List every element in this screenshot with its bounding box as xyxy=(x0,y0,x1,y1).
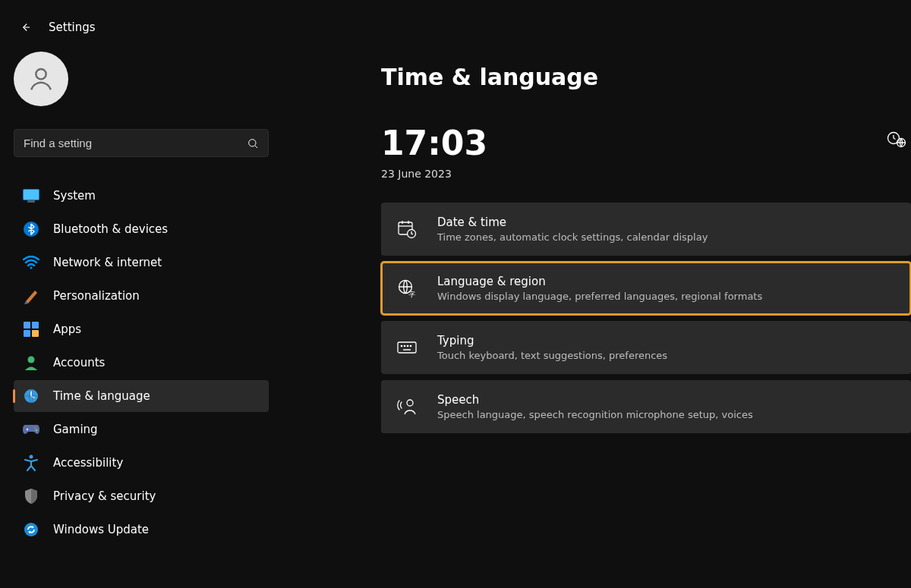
sidebar-item-system[interactable]: System xyxy=(14,180,269,212)
sidebar-item-network[interactable]: Network & internet xyxy=(14,247,269,278)
gaming-icon xyxy=(23,421,39,438)
search-box[interactable] xyxy=(14,129,269,157)
clock-row: 17:03 23 June 2023 xyxy=(381,127,911,180)
sidebar-item-time-language[interactable]: Time & language xyxy=(14,380,269,412)
clock-time: 17:03 xyxy=(381,127,487,160)
sidebar-item-apps[interactable]: Apps xyxy=(14,313,269,345)
settings-cards: Date & time Time zones, automatic clock … xyxy=(381,203,911,433)
sidebar-item-label: Bluetooth & devices xyxy=(53,222,168,236)
svg-rect-5 xyxy=(24,190,39,200)
sidebar-item-windows-update[interactable]: Windows Update xyxy=(14,514,269,546)
sidebar: System Bluetooth & devices Network & int… xyxy=(0,41,282,588)
back-arrow-icon xyxy=(18,20,32,34)
additional-clocks-button[interactable] xyxy=(887,131,906,150)
svg-text:字: 字 xyxy=(408,291,415,298)
svg-point-2 xyxy=(249,139,256,146)
main-content: Time & language 17:03 23 June 2023 xyxy=(282,41,911,588)
svg-point-32 xyxy=(407,345,408,346)
clock-globe-icon xyxy=(23,388,39,404)
card-language-region[interactable]: 字 Language & region Windows display lang… xyxy=(381,262,911,315)
page-title: Time & language xyxy=(381,64,911,90)
globe-language-icon: 字 xyxy=(396,278,418,299)
svg-line-3 xyxy=(255,146,257,148)
app-title: Settings xyxy=(49,20,96,34)
sidebar-item-label: Apps xyxy=(53,322,81,336)
sidebar-item-label: Gaming xyxy=(53,423,98,436)
svg-point-13 xyxy=(28,357,35,363)
card-date-time[interactable]: Date & time Time zones, automatic clock … xyxy=(381,203,911,256)
card-subtitle: Windows display language, preferred lang… xyxy=(437,291,762,302)
sidebar-item-label: Personalization xyxy=(53,289,140,303)
sidebar-item-accounts[interactable]: Accounts xyxy=(14,347,269,379)
svg-rect-10 xyxy=(32,322,39,329)
svg-rect-11 xyxy=(24,330,30,337)
card-title: Speech xyxy=(437,393,753,407)
apps-icon xyxy=(23,321,39,338)
sidebar-item-label: Privacy & security xyxy=(53,489,156,503)
sidebar-item-label: System xyxy=(53,189,96,203)
svg-rect-29 xyxy=(398,342,416,353)
card-subtitle: Time zones, automatic clock settings, ca… xyxy=(437,231,708,243)
svg-point-17 xyxy=(36,429,37,431)
sidebar-item-label: Windows Update xyxy=(53,523,149,536)
update-icon xyxy=(23,521,39,538)
sidebar-item-privacy[interactable]: Privacy & security xyxy=(14,480,269,512)
bluetooth-icon xyxy=(23,221,39,237)
card-title: Date & time xyxy=(437,215,708,229)
svg-point-19 xyxy=(24,523,38,536)
sidebar-item-label: Accounts xyxy=(53,356,105,369)
app-header: Settings xyxy=(0,0,911,41)
speech-icon xyxy=(396,396,418,417)
wifi-icon xyxy=(23,254,39,271)
clock-date: 23 June 2023 xyxy=(381,168,487,180)
user-icon xyxy=(27,64,55,93)
card-subtitle: Touch keyboard, text suggestions, prefer… xyxy=(437,350,667,361)
sidebar-item-personalization[interactable]: Personalization xyxy=(14,280,269,312)
avatar[interactable] xyxy=(14,52,68,106)
svg-rect-12 xyxy=(32,330,39,337)
sidebar-item-bluetooth[interactable]: Bluetooth & devices xyxy=(14,213,269,245)
svg-point-8 xyxy=(30,267,33,269)
svg-point-33 xyxy=(410,345,411,346)
keyboard-icon xyxy=(396,337,418,358)
main-layout: System Bluetooth & devices Network & int… xyxy=(0,41,911,588)
sidebar-nav: System Bluetooth & devices Network & int… xyxy=(14,180,269,546)
card-typing[interactable]: Typing Touch keyboard, text suggestions,… xyxy=(381,321,911,374)
sidebar-item-label: Accessibility xyxy=(53,456,123,470)
sidebar-item-label: Network & internet xyxy=(53,256,162,269)
system-icon xyxy=(23,187,39,204)
card-speech[interactable]: Speech Speech language, speech recogniti… xyxy=(381,380,911,433)
svg-point-16 xyxy=(34,427,36,429)
svg-point-35 xyxy=(407,400,413,406)
clock-globe-icon xyxy=(887,131,906,148)
svg-rect-6 xyxy=(27,200,35,203)
svg-point-18 xyxy=(30,455,33,459)
card-subtitle: Speech language, speech recognition micr… xyxy=(437,409,753,420)
svg-point-1 xyxy=(36,69,46,79)
accessibility-icon xyxy=(23,454,39,471)
svg-rect-9 xyxy=(24,322,30,329)
accounts-icon xyxy=(23,354,39,371)
shield-icon xyxy=(23,488,39,505)
svg-point-15 xyxy=(27,429,28,430)
calendar-clock-icon xyxy=(396,219,418,240)
card-title: Typing xyxy=(437,334,667,347)
paintbrush-icon xyxy=(23,288,39,304)
search-input[interactable] xyxy=(24,137,247,149)
card-title: Language & region xyxy=(437,275,762,288)
sidebar-item-accessibility[interactable]: Accessibility xyxy=(14,447,269,479)
back-button[interactable] xyxy=(17,19,33,36)
sidebar-item-label: Time & language xyxy=(53,389,150,403)
search-icon xyxy=(247,137,259,149)
sidebar-item-gaming[interactable]: Gaming xyxy=(14,413,269,445)
svg-point-31 xyxy=(404,345,405,346)
svg-point-30 xyxy=(401,345,402,346)
